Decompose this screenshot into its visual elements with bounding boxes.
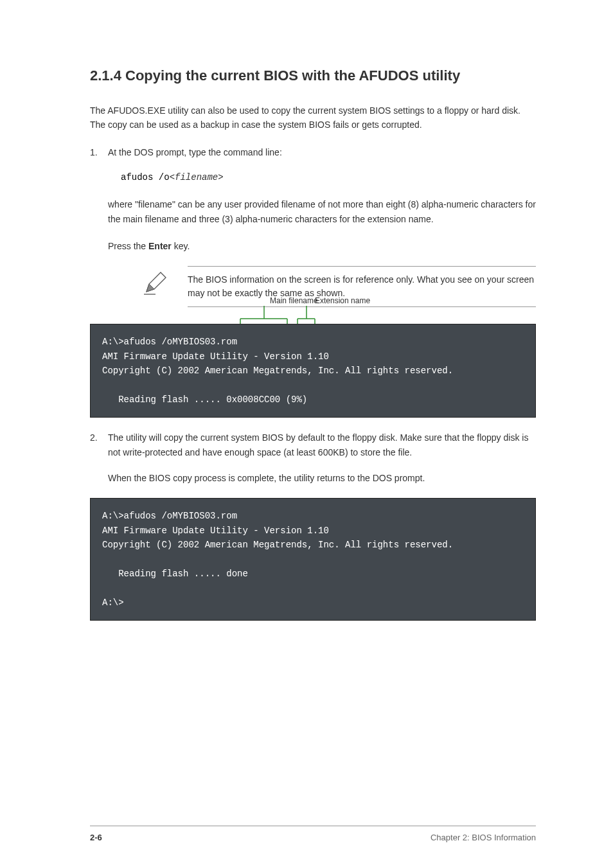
closing-text: When the BIOS copy process is complete, … bbox=[108, 471, 536, 485]
terminal-line: Reading flash ..... 0x0008CC00 (9%) bbox=[102, 394, 307, 405]
terminal-line: Copyright (C) 2002 American Megatrends, … bbox=[102, 366, 453, 376]
terminal-line: AMI Firmware Update Utility - Version 1.… bbox=[102, 526, 329, 536]
section-heading: 2.1.4 Copying the current BIOS with the … bbox=[90, 67, 536, 84]
terminal-line: Copyright (C) 2002 American Megatrends, … bbox=[102, 540, 453, 550]
terminal-line: Reading flash ..... done bbox=[102, 569, 248, 579]
note-callout: The BIOS information on the screen is fo… bbox=[141, 266, 536, 307]
step-number: 2. bbox=[90, 430, 108, 459]
press-enter-text: Press the Enter key. bbox=[108, 239, 536, 253]
page-footer: 2-6 Chapter 2: BIOS Information bbox=[90, 826, 536, 842]
terminal-line: A:\> bbox=[102, 598, 124, 608]
terminal-line: AMI Firmware Update Utility - Version 1.… bbox=[102, 351, 329, 362]
intro-paragraph: The AFUDOS.EXE utility can also be used … bbox=[90, 103, 536, 132]
command-syntax: afudos /o<filename> bbox=[121, 171, 536, 184]
filename-description: where "filename" can be any user provide… bbox=[108, 197, 536, 226]
step-1: 1. At the DOS prompt, type the command l… bbox=[90, 145, 536, 159]
terminal-output-1: A:\>afudos /oMYBIOS03.rom AMI Firmware U… bbox=[90, 324, 536, 418]
step-number: 1. bbox=[90, 145, 108, 159]
terminal-line: A:\>afudos /oMYBIOS03.rom bbox=[102, 511, 237, 521]
terminal-line: A:\>afudos /oMYBIOS03.rom bbox=[102, 337, 237, 347]
terminal-output-2: A:\>afudos /oMYBIOS03.rom AMI Firmware U… bbox=[90, 498, 536, 621]
step-text: The utility will copy the current system… bbox=[108, 432, 528, 457]
pencil-icon bbox=[141, 269, 170, 297]
note-text: The BIOS information on the screen is fo… bbox=[188, 266, 536, 307]
step-text: At the DOS prompt, type the command line… bbox=[108, 147, 282, 157]
filename-placeholder: <filename> bbox=[170, 172, 224, 182]
chapter-title: Chapter 2: BIOS Information bbox=[431, 833, 536, 842]
step-2: 2. The utility will copy the current sys… bbox=[90, 430, 536, 459]
page-number: 2-6 bbox=[90, 833, 102, 842]
command-text: afudos /o bbox=[121, 172, 170, 182]
